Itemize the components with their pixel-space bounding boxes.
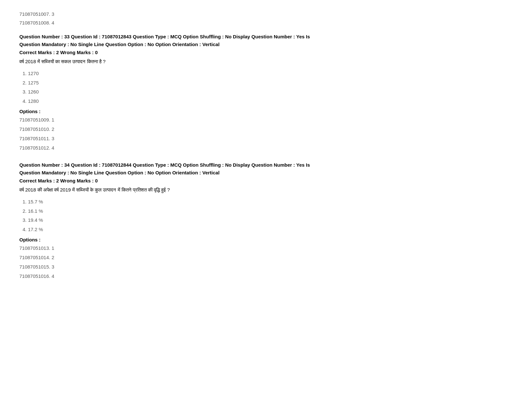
question-meta-33: Question Number : 33 Question Id : 71087… [19,33,513,48]
q33-choice-4: 4. 1280 [23,98,513,105]
q34-option-id-1: 71087051013. 1 [19,244,513,252]
q33-choice-3: 3. 1260 [23,88,513,96]
q33-question-text: वर्ष 2018 में सब्जियों का सकल उत्पादन कि… [19,58,513,65]
q34-meta-line2: Question Mandatory : No Single Line Ques… [19,170,220,175]
q34-question-text: वर्ष 2018 की अपेक्षा वर्ष 2019 में सब्जि… [19,186,513,194]
q33-choices: 1. 1270 2. 1275 3. 1260 4. 1280 [23,70,513,105]
q34-options-label: Options : [19,237,513,242]
question-block-34: Question Number : 34 Question Id : 71087… [19,161,513,280]
q33-meta-line2: Question Mandatory : No Single Line Ques… [19,42,220,47]
top-option-id-2: 71087051008. 4 [19,18,513,27]
q34-choice-2: 2. 16.1 % [23,208,513,215]
q33-option-ids: 71087051009. 1 71087051010. 2 7108705101… [19,115,513,152]
q33-marks: Correct Marks : 2 Wrong Marks : 0 [19,50,513,55]
q34-option-ids: 71087051013. 1 71087051014. 2 7108705101… [19,244,513,280]
top-option-id-1: 71087051007. 3 [19,10,513,18]
q33-options-label: Options : [19,109,513,114]
q34-option-id-3: 71087051015. 3 [19,262,513,271]
q34-choice-1: 1. 15.7 % [23,198,513,206]
q33-meta-line1: Question Number : 33 Question Id : 71087… [19,34,310,39]
question-block-33: Question Number : 33 Question Id : 71087… [19,33,513,152]
q34-choice-4: 4. 17.2 % [23,226,513,233]
q34-meta-line1: Question Number : 34 Question Id : 71087… [19,162,310,168]
q33-option-id-4: 71087051012. 4 [19,143,513,152]
q33-choice-1: 1. 1270 [23,70,513,77]
q34-choices: 1. 15.7 % 2. 16.1 % 3. 19.4 % 4. 17.2 % [23,198,513,233]
question-meta-34: Question Number : 34 Question Id : 71087… [19,161,513,177]
q34-option-id-4: 71087051016. 4 [19,272,513,280]
q33-option-id-2: 71087051010. 2 [19,125,513,133]
q34-choice-3: 3. 19.4 % [23,217,513,224]
q34-option-id-2: 71087051014. 2 [19,253,513,262]
q34-marks: Correct Marks : 2 Wrong Marks : 0 [19,178,513,183]
q33-option-id-1: 71087051009. 1 [19,115,513,124]
top-option-ids: 71087051007. 3 71087051008. 4 [19,10,513,27]
q33-option-id-3: 71087051011. 3 [19,134,513,143]
q33-choice-2: 2. 1275 [23,79,513,87]
